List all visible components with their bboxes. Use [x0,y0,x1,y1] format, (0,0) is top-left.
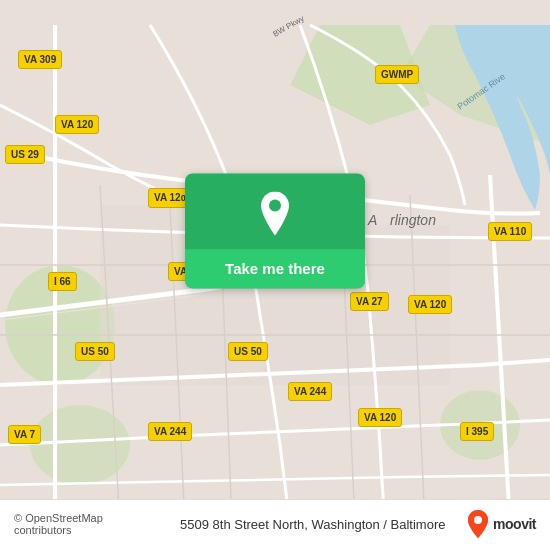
road-badge-va120-1: VA 120 [55,115,99,134]
road-badge-us29: US 29 [5,145,45,164]
road-badge-us50-2: US 50 [228,342,268,361]
map-container: rlington A Potomac Rive BW Pkwy VA 309 U… [0,0,550,550]
road-badge-i395: I 395 [460,422,494,441]
road-badge-va110: VA 110 [488,222,532,241]
moovit-logo: moovit [467,510,536,538]
location-pin-icon [257,192,293,236]
svg-point-25 [474,516,482,524]
address-text: 5509 8th Street North, Washington / Balt… [168,517,457,532]
svg-point-24 [269,200,281,212]
cta-label: Take me there [185,250,365,289]
take-me-there-button[interactable]: Take me there [185,174,365,289]
road-badge-gwmp: GWMP [375,65,419,84]
svg-text:A: A [367,212,377,228]
road-badge-va120-5: VA 120 [358,408,402,427]
road-badge-va7: VA 7 [8,425,41,444]
road-badge-va244-1: VA 244 [288,382,332,401]
cta-icon-area [185,174,365,250]
bottom-bar: © OpenStreetMap contributors 5509 8th St… [0,499,550,550]
road-badge-va309: VA 309 [18,50,62,69]
svg-text:rlington: rlington [390,212,436,228]
road-badge-va244-2: VA 244 [148,422,192,441]
road-badge-va120-4: VA 120 [408,295,452,314]
moovit-pin-logo [467,510,489,538]
copyright-text: © OpenStreetMap contributors [14,512,158,536]
road-badge-va27: VA 27 [350,292,389,311]
road-badge-i66: I 66 [48,272,77,291]
moovit-text: moovit [493,516,536,532]
road-badge-us50-1: US 50 [75,342,115,361]
